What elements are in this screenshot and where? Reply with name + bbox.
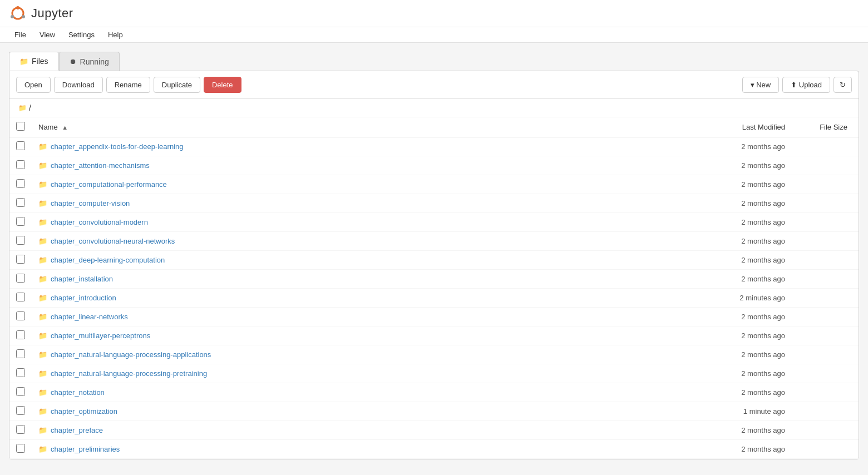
row-checkbox-cell bbox=[9, 137, 32, 156]
table-row: 📁chapter_deep-learning-computation2 mont… bbox=[9, 251, 859, 270]
row-checkbox[interactable] bbox=[16, 406, 25, 415]
table-row: 📁chapter_preliminaries2 months ago bbox=[9, 440, 859, 459]
row-checkbox[interactable] bbox=[16, 236, 25, 245]
folder-icon: 📁 bbox=[38, 445, 47, 453]
duplicate-button[interactable]: Duplicate bbox=[154, 77, 200, 93]
table-row: 📁chapter_appendix-tools-for-deep-learnin… bbox=[9, 137, 859, 156]
menu-file[interactable]: File bbox=[9, 28, 32, 41]
row-size-cell bbox=[792, 137, 859, 156]
row-name-link[interactable]: chapter_introduction bbox=[51, 294, 116, 302]
row-checkbox[interactable] bbox=[16, 349, 25, 358]
row-name-cell: 📁chapter_notation bbox=[32, 383, 692, 402]
menu-settings[interactable]: Settings bbox=[63, 28, 100, 41]
folder-icon: 📁 bbox=[38, 142, 47, 151]
row-checkbox[interactable] bbox=[16, 141, 25, 150]
row-checkbox-cell bbox=[9, 194, 32, 213]
row-name-link[interactable]: chapter_computational-performance bbox=[51, 180, 167, 189]
row-name-cell: 📁chapter_multilayer-perceptrons bbox=[32, 326, 692, 345]
file-toolbar: Open Download Rename Duplicate Delete ▾ … bbox=[9, 71, 859, 99]
row-name-link[interactable]: chapter_optimization bbox=[51, 407, 117, 415]
file-table-container[interactable]: Name ▲ Last Modified File Size 📁chapter_… bbox=[9, 117, 859, 459]
folder-icon: 📁 bbox=[38, 369, 47, 378]
refresh-button[interactable]: ↻ bbox=[834, 77, 852, 93]
row-checkbox-cell bbox=[9, 270, 32, 289]
row-name-link[interactable]: chapter_deep-learning-computation bbox=[51, 256, 165, 264]
row-name-link[interactable]: chapter_attention-mechanisms bbox=[51, 161, 150, 170]
row-checkbox[interactable] bbox=[16, 387, 25, 396]
row-checkbox[interactable] bbox=[16, 217, 25, 226]
row-name-link[interactable]: chapter_computer-vision bbox=[51, 199, 130, 207]
row-checkbox[interactable] bbox=[16, 255, 25, 264]
folder-icon: 📁 bbox=[38, 350, 47, 359]
row-name-link[interactable]: chapter_multilayer-perceptrons bbox=[51, 331, 150, 340]
row-checkbox[interactable] bbox=[16, 160, 25, 169]
row-name-cell: 📁chapter_computational-performance bbox=[32, 175, 692, 194]
row-checkbox[interactable] bbox=[16, 330, 25, 339]
folder-icon: 📁 bbox=[38, 388, 47, 397]
menu-help[interactable]: Help bbox=[102, 28, 129, 41]
row-name-link[interactable]: chapter_notation bbox=[51, 388, 105, 397]
rename-button[interactable]: Rename bbox=[106, 77, 150, 93]
row-checkbox-cell bbox=[9, 251, 32, 270]
running-tab-icon: ⏺ bbox=[70, 57, 77, 66]
table-row: 📁chapter_convolutional-modern2 months ag… bbox=[9, 213, 859, 232]
download-button[interactable]: Download bbox=[54, 77, 103, 93]
row-name-link[interactable]: chapter_linear-networks bbox=[51, 313, 128, 321]
row-size-cell bbox=[792, 289, 859, 308]
row-checkbox-cell bbox=[9, 175, 32, 194]
row-modified-cell: 2 months ago bbox=[692, 345, 792, 364]
row-size-cell bbox=[792, 440, 859, 459]
row-checkbox[interactable] bbox=[16, 444, 25, 453]
app-title: Jupyter bbox=[31, 6, 73, 21]
row-checkbox[interactable] bbox=[16, 311, 25, 320]
select-all-checkbox[interactable] bbox=[16, 122, 25, 131]
row-name-cell: 📁chapter_installation bbox=[32, 270, 692, 289]
row-checkbox[interactable] bbox=[16, 293, 25, 301]
file-panel: Open Download Rename Duplicate Delete ▾ … bbox=[9, 71, 859, 459]
row-name-link[interactable]: chapter_natural-language-processing-pret… bbox=[51, 369, 207, 378]
svg-point-1 bbox=[16, 6, 19, 9]
delete-button[interactable]: Delete bbox=[204, 77, 241, 93]
row-size-cell bbox=[792, 326, 859, 345]
row-checkbox-cell bbox=[9, 308, 32, 326]
row-name-link[interactable]: chapter_preliminaries bbox=[51, 445, 120, 453]
row-name-link[interactable]: chapter_appendix-tools-for-deep-learning bbox=[51, 142, 183, 151]
menu-view[interactable]: View bbox=[34, 28, 61, 41]
table-header: Name ▲ Last Modified File Size bbox=[9, 117, 859, 137]
folder-icon: 📁 bbox=[38, 407, 47, 415]
new-button[interactable]: ▾ New bbox=[742, 77, 780, 93]
folder-icon: 📁 bbox=[38, 180, 47, 189]
row-modified-cell: 2 months ago bbox=[692, 326, 792, 345]
row-checkbox[interactable] bbox=[16, 368, 25, 377]
row-checkbox[interactable] bbox=[16, 274, 25, 283]
row-modified-cell: 2 months ago bbox=[692, 440, 792, 459]
tab-files[interactable]: 📁 Files bbox=[9, 52, 59, 71]
tab-running[interactable]: ⏺ Running bbox=[59, 52, 120, 71]
row-checkbox-cell bbox=[9, 364, 32, 383]
folder-icon: 📁 bbox=[38, 256, 47, 264]
row-name-cell: 📁chapter_natural-language-processing-app… bbox=[32, 345, 692, 364]
header-size: File Size bbox=[792, 117, 859, 137]
row-name-cell: 📁chapter_optimization bbox=[32, 402, 692, 421]
row-modified-cell: 2 months ago bbox=[692, 232, 792, 251]
open-button[interactable]: Open bbox=[16, 77, 51, 93]
row-size-cell bbox=[792, 251, 859, 270]
row-checkbox[interactable] bbox=[16, 425, 25, 434]
upload-button[interactable]: ⬆ Upload bbox=[782, 77, 830, 93]
row-name-link[interactable]: chapter_preface bbox=[51, 426, 103, 434]
row-name-link[interactable]: chapter_convolutional-neural-networks bbox=[51, 237, 175, 245]
row-name-link[interactable]: chapter_convolutional-modern bbox=[51, 218, 148, 226]
svg-point-2 bbox=[22, 15, 25, 18]
row-checkbox-cell bbox=[9, 232, 32, 251]
folder-icon: 📁 bbox=[38, 237, 47, 245]
header-name[interactable]: Name ▲ bbox=[32, 117, 692, 137]
row-name-link[interactable]: chapter_installation bbox=[51, 275, 113, 283]
breadcrumb-folder-icon: 📁 bbox=[18, 104, 27, 112]
table-row: 📁chapter_natural-language-processing-pre… bbox=[9, 364, 859, 383]
table-row: 📁chapter_preface2 months ago bbox=[9, 421, 859, 440]
row-name-link[interactable]: chapter_natural-language-processing-appl… bbox=[51, 350, 211, 359]
row-size-cell bbox=[792, 345, 859, 364]
app-header: Jupyter bbox=[0, 0, 868, 27]
row-checkbox[interactable] bbox=[16, 179, 25, 188]
row-checkbox[interactable] bbox=[16, 198, 25, 207]
